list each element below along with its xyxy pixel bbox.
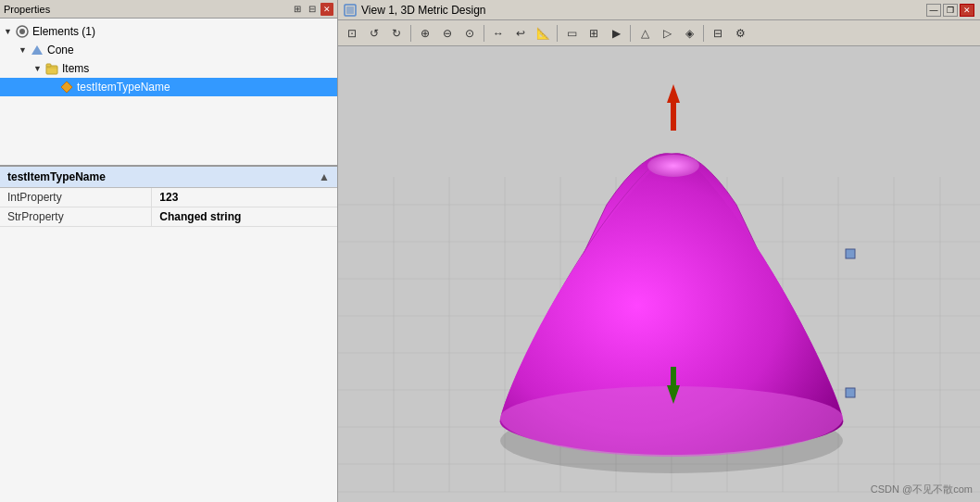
close-viewport-button[interactable]: ✕	[960, 4, 974, 17]
header-icons: ⊞ ⊟ ✕	[291, 3, 333, 16]
viewport-canvas[interactable]: CSDN @不见不散com	[338, 46, 980, 502]
prop-value-int[interactable]: 123	[152, 188, 337, 207]
elements-icon	[15, 24, 30, 39]
toolbar-btn-zoom-in[interactable]: ⊕	[415, 23, 435, 44]
toolbar-btn-rotate-cw[interactable]: ↻	[386, 23, 407, 44]
item-icon	[59, 80, 74, 94]
toolbar-btn-pan[interactable]: ↔	[488, 23, 509, 44]
handle-top-right[interactable]	[846, 249, 855, 258]
toolbar-btn-shading[interactable]: ▭	[561, 23, 582, 44]
prop-row-int: IntProperty 123	[0, 188, 337, 207]
viewport-svg	[338, 46, 980, 502]
tree-arrow-cone: ▼	[19, 45, 28, 55]
props-table: IntProperty 123 StrProperty Changed stri…	[0, 188, 337, 227]
tree-item-items[interactable]: ▼ Items	[0, 59, 337, 78]
toolbar-btn-select[interactable]: ↩	[510, 23, 531, 44]
dock-button[interactable]: ⊟	[306, 3, 319, 16]
toolbar-btn-front[interactable]: △	[634, 23, 655, 44]
toolbar-btn-rotate-ccw[interactable]: ↺	[364, 23, 384, 44]
toolbar-btn-iso[interactable]: ◈	[679, 23, 699, 44]
toolbar-btn-settings[interactable]: ⚙	[730, 23, 750, 44]
toolbar-btn-hidden[interactable]: ▶	[606, 23, 626, 44]
props-group-collapse-icon[interactable]: ▲	[319, 170, 330, 183]
tree-item-elements[interactable]: ▼ Elements (1)	[0, 22, 337, 41]
prop-row-str: StrProperty Changed string	[0, 207, 337, 227]
prop-name-str: StrProperty	[0, 207, 152, 227]
toolbar-sep-2	[484, 25, 484, 42]
toolbar-sep-5	[703, 25, 704, 42]
toolbar-btn-wireframe[interactable]: ⊞	[584, 23, 604, 44]
svg-point-1	[19, 29, 25, 34]
props-section: testItemTypeName ▲ IntProperty 123 StrPr…	[0, 167, 337, 502]
left-panel: Properties ⊞ ⊟ ✕ ▼ Elements (1) ▼	[0, 0, 338, 502]
toolbar-btn-zoom-fit[interactable]: ⊙	[459, 23, 480, 44]
tree-arrow-items: ▼	[33, 64, 43, 73]
svg-point-31	[647, 155, 699, 177]
toolbar-btn-measure[interactable]: 📐	[533, 23, 553, 44]
close-panel-button[interactable]: ✕	[320, 3, 333, 16]
props-group-header: testItemTypeName ▲	[0, 167, 337, 188]
toolbar-btn-section[interactable]: ⊟	[708, 23, 728, 44]
restore-button[interactable]: ❐	[943, 4, 958, 17]
handle-bottom-right[interactable]	[846, 388, 855, 397]
toolbar-btn-zoom-out[interactable]: ⊖	[437, 23, 458, 44]
toolbar-sep-1	[410, 25, 411, 42]
viewport-title-text: View 1, 3D Metric Design	[361, 4, 486, 17]
toolbar-sep-4	[630, 25, 631, 42]
tree-label-items: Items	[62, 62, 89, 75]
tree-label-testitem: testItemTypeName	[77, 81, 170, 94]
prop-value-str[interactable]: Changed string	[152, 207, 337, 227]
items-icon	[44, 61, 59, 76]
svg-marker-5	[61, 82, 72, 93]
toolbar-sep-3	[557, 25, 558, 42]
properties-title: Properties	[4, 4, 50, 15]
properties-header: Properties ⊞ ⊟ ✕	[0, 0, 337, 19]
prop-name-int: IntProperty	[0, 188, 152, 207]
toolbar-btn-view[interactable]: ⊡	[342, 23, 362, 44]
right-panel: View 1, 3D Metric Design — ❐ ✕ ⊡ ↺ ↻ ⊕ ⊖…	[338, 0, 980, 502]
toolbar-btn-top[interactable]: ▷	[657, 23, 677, 44]
props-group-title: testItemTypeName	[7, 170, 106, 183]
cone-icon	[30, 43, 44, 57]
viewport-win-btns: — ❐ ✕	[926, 4, 974, 17]
svg-rect-7	[346, 6, 354, 14]
tree-item-testitem[interactable]: testItemTypeName	[0, 78, 337, 96]
tree-item-cone[interactable]: ▼ Cone	[0, 41, 337, 59]
svg-rect-33	[671, 103, 676, 131]
pin-button[interactable]: ⊞	[291, 3, 304, 16]
viewport-titlebar: View 1, 3D Metric Design — ❐ ✕	[338, 0, 980, 20]
svg-marker-2	[31, 45, 43, 55]
viewport-toolbar: ⊡ ↺ ↻ ⊕ ⊖ ⊙ ↔ ↩ 📐 ▭ ⊞ ▶ △ ▷ ◈ ⊟ ⚙	[338, 20, 980, 46]
viewport-title: View 1, 3D Metric Design	[344, 4, 486, 17]
tree-label-elements: Elements (1)	[32, 25, 95, 38]
tree-arrow-elements: ▼	[4, 27, 13, 36]
svg-rect-4	[46, 64, 51, 67]
tree-section: ▼ Elements (1) ▼ Cone ▼	[0, 19, 337, 167]
viewport-icon	[344, 4, 357, 17]
minimize-button[interactable]: —	[926, 4, 941, 17]
tree-label-cone: Cone	[47, 44, 74, 56]
